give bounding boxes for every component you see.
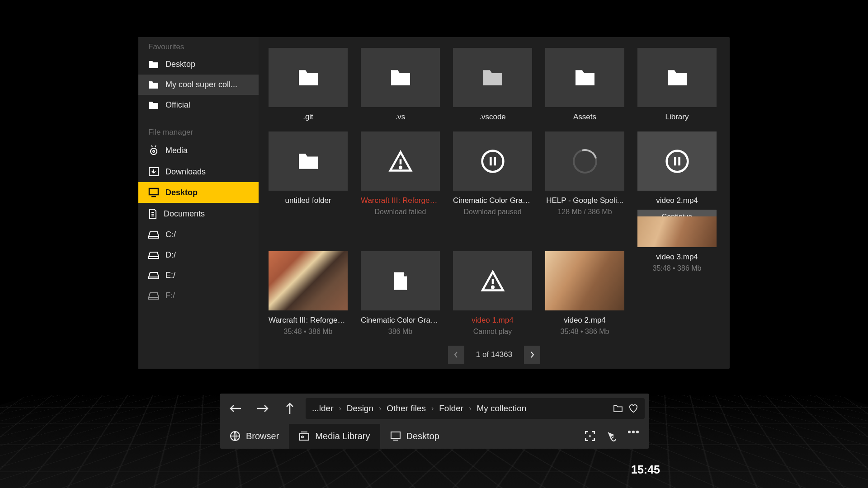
video-tile[interactable]: video 3.mp4 35:48 • 386 Mb — [637, 216, 717, 336]
warning-icon — [388, 150, 413, 173]
sidebar-item-label: E:/ — [165, 271, 175, 280]
sidebar-downloads[interactable]: Downloads — [138, 161, 259, 182]
svg-point-1 — [153, 150, 155, 152]
tile-name: Assets — [545, 113, 624, 122]
tile-name: Warcraft III: Reforged... — [269, 316, 348, 325]
video-thumbnail — [637, 216, 717, 247]
sidebar-drive-e[interactable]: E:/ — [138, 265, 259, 286]
svg-point-7 — [492, 286, 494, 288]
drive-icon — [148, 292, 159, 300]
tab-desktop[interactable]: Desktop — [380, 424, 449, 449]
file-tile-error[interactable]: video 1.mp4 Cannot play — [453, 251, 532, 336]
breadcrumb-item[interactable]: My collection — [476, 404, 526, 413]
tile-name: Library — [637, 113, 717, 122]
tab-browser[interactable]: Browser — [220, 423, 289, 449]
folder-outline-icon[interactable] — [613, 404, 623, 413]
next-page-button[interactable] — [524, 346, 540, 364]
sidebar-fav-desktop[interactable]: Desktop — [138, 54, 259, 75]
globe-icon — [230, 431, 241, 441]
sidebar-documents[interactable]: Documents — [138, 203, 259, 225]
file-tile[interactable]: Cinematic Color Grad... 386 Mb — [361, 251, 440, 336]
sidebar-header-filemanager: File manager — [138, 122, 259, 140]
sidebar-drive-d[interactable]: D:/ — [138, 245, 259, 265]
sidebar-item-label: Documents — [164, 209, 205, 219]
folder-icon — [297, 152, 320, 171]
sidebar-item-label: Downloads — [165, 167, 206, 177]
tile-name: .vs — [361, 113, 440, 122]
tile-subtext: 35:48 • 386 Mb — [637, 264, 717, 272]
back-button[interactable] — [224, 397, 247, 420]
breadcrumb-item[interactable]: Design — [347, 404, 373, 413]
tile-subtext: 386 Mb — [361, 328, 440, 336]
more-icon[interactable] — [627, 430, 639, 434]
folder-tile[interactable]: .git — [269, 48, 348, 122]
folder-tile[interactable]: Assets — [545, 48, 624, 122]
file-tile-paused[interactable]: Cinematic Color Grad... Download paused — [453, 131, 532, 241]
folder-icon — [148, 101, 159, 110]
sidebar-drive-c[interactable]: C:/ — [138, 225, 259, 245]
file-grid: .git .vs .vscode Assets Library untit — [269, 48, 720, 336]
prev-page-button[interactable] — [448, 346, 464, 364]
sidebar-item-label: C:/ — [165, 230, 176, 239]
cursor-sync-icon[interactable] — [606, 430, 618, 442]
video-thumbnail — [269, 251, 348, 310]
pager: 1 of 14363 — [269, 346, 720, 364]
library-icon — [299, 431, 310, 441]
sidebar-fav-collection[interactable]: My cool super coll... — [138, 75, 259, 95]
svg-rect-11 — [391, 432, 400, 438]
tab-media-library[interactable]: Media Library — [289, 424, 380, 449]
monitor-icon — [390, 431, 401, 441]
sidebar-desktop[interactable]: Desktop — [138, 182, 259, 203]
folder-icon — [573, 68, 597, 87]
video-tile[interactable]: Warcraft III: Reforged... 35:48 • 386 Mb — [269, 251, 348, 336]
tile-subtext: 35:48 • 386 Mb — [269, 328, 348, 336]
pause-circle-icon — [480, 149, 505, 174]
tile-name: Warcraft III: Reforged... — [361, 196, 440, 205]
file-tile-error[interactable]: Warcraft III: Reforged... Download falie… — [361, 131, 440, 241]
tile-name: Cinematic Color Grad... — [453, 196, 532, 205]
sidebar-header-favourites: Favourites — [138, 37, 259, 54]
chevron-left-icon — [454, 351, 458, 358]
folder-tile[interactable]: .vscode — [453, 48, 532, 122]
tab-label: Media Library — [315, 431, 370, 441]
tab-label: Browser — [246, 431, 279, 441]
content-area: .git .vs .vscode Assets Library untit — [259, 37, 730, 369]
folder-tile[interactable]: Library — [637, 48, 717, 122]
sidebar-drive-f[interactable]: F:/ — [138, 286, 259, 306]
breadcrumb-item[interactable]: Folder — [439, 404, 463, 413]
breadcrumb[interactable]: ...lder› Design› Other files› Folder› My… — [306, 398, 645, 419]
svg-point-10 — [302, 436, 303, 438]
folder-tile[interactable]: untitled folder — [269, 131, 348, 241]
chevron-right-icon: › — [339, 404, 341, 413]
warning-icon — [480, 270, 505, 292]
drive-icon — [148, 272, 159, 280]
breadcrumb-item[interactable]: ...lder — [312, 404, 334, 413]
tile-subtext: 35:48 • 386 Mb — [545, 328, 624, 336]
tile-name: video 2.mp4 — [545, 316, 624, 325]
heart-icon[interactable] — [628, 404, 638, 413]
file-tile-loading[interactable]: HELP - Google Spoli... 128 Mb / 386 Mb — [545, 131, 624, 241]
clock: 15:45 — [631, 463, 660, 476]
fullscreen-icon[interactable] — [584, 430, 596, 442]
drive-icon — [148, 251, 159, 259]
sidebar-fav-official[interactable]: Official — [138, 95, 259, 115]
drive-icon — [148, 231, 159, 239]
folder-icon — [665, 68, 689, 87]
up-button[interactable] — [278, 397, 301, 420]
bottombar: ...lder› Design› Other files› Folder› My… — [220, 394, 649, 449]
folder-icon — [389, 68, 412, 87]
sidebar-item-label: My cool super coll... — [165, 80, 237, 89]
video-tile[interactable]: video 2.mp4 35:48 • 386 Mb — [545, 251, 624, 336]
tile-subtext: Download falied — [361, 208, 440, 216]
svg-point-6 — [666, 150, 688, 172]
svg-point-4 — [400, 166, 401, 168]
sidebar-media[interactable]: Media — [138, 140, 259, 161]
file-icon — [392, 271, 409, 291]
spinner-icon — [568, 145, 602, 178]
folder-tile[interactable]: .vs — [361, 48, 440, 122]
folder-icon — [481, 68, 505, 87]
forward-button[interactable] — [251, 397, 274, 420]
svg-point-0 — [151, 148, 157, 155]
breadcrumb-item[interactable]: Other files — [387, 404, 426, 413]
video-thumbnail — [545, 251, 624, 310]
